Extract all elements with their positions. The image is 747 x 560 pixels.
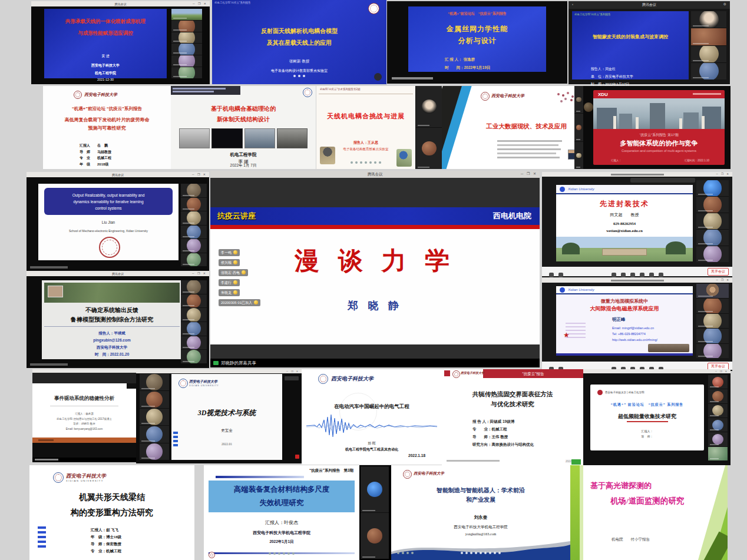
row: 导 师 马娟教授 <box>80 149 111 155</box>
slide-r4b: 西安电子科技大学 XIDIAN UNIVERSITY 3D视觉技术与系统 史宝全… <box>171 374 282 460</box>
tab-text-blur <box>611 174 664 175</box>
author: Liu Jian <box>38 220 179 224</box>
author: 张树新 教授 <box>212 59 386 64</box>
green-band <box>570 465 580 560</box>
line: 汇报人：赵 飞飞 <box>91 526 121 534</box>
logo-block <box>444 370 450 376</box>
window-title: 腾讯会议 <box>115 2 127 6</box>
school-logo-icon <box>53 472 64 483</box>
slide-r2e: XDU “抗疫云”系列报告 第17期 多智能体系统的协作与竞争 Cooperat… <box>593 90 725 165</box>
window-controls[interactable]: ─ ❐ ✕ <box>716 173 731 175</box>
window-r2d: 西安电子科技大学 工业大数据现状、技术及应用 <box>442 86 583 169</box>
participant-list[interactable] <box>181 280 207 363</box>
school-logo-icon <box>481 92 490 101</box>
series: “机遇+” 前沿论坛 “抗疫云” 系列报告 <box>590 402 704 407</box>
window-controls[interactable]: ─ ❐ ✕ <box>716 279 731 281</box>
date: 2022年 1月 7日 <box>171 163 316 168</box>
window-controls[interactable]: ─ ❐ ✕ <box>286 370 299 373</box>
building <box>619 114 632 129</box>
window-title: 腾讯会议 <box>368 172 383 177</box>
slide-title: 高低周复合载荷下发动机叶片的疲劳寿命 <box>43 117 171 123</box>
slide-dots <box>212 70 386 81</box>
xdu-logo: XDU <box>598 92 608 97</box>
participant-list[interactable] <box>691 11 726 79</box>
slide-title: 事件驱动系统的稳健性分析 <box>32 395 136 402</box>
org: 西安电子科技大学机电工程学院 <box>391 525 570 530</box>
date: 2022年1月1日 <box>204 539 359 545</box>
window-r1d: ‹ 腾讯会议 ⚙ 机电工程学院“抗疫云”系列报告 智能蒙皮天线的封装集成与波束调… <box>568 1 730 84</box>
window-controls[interactable]: ─ ❐ ✕ <box>192 173 207 176</box>
window-titlebar: ─ ❐ ✕ <box>583 369 731 373</box>
window-controls[interactable]: ─ ❐ ✕ <box>192 271 207 275</box>
window-titlebar: 腾讯会议 ─ ❐ ✕ <box>31 1 210 6</box>
title-line2: 失效机理研究 <box>209 498 355 508</box>
meeting-toolbar[interactable]: 离开会议 <box>542 267 732 276</box>
statusbar-text-blur <box>392 77 433 79</box>
school-logotype: Xidian University <box>568 187 594 191</box>
participant-list[interactable] <box>140 374 169 460</box>
slide-title: 在电动汽车中国崛起中的电气工程 <box>302 403 442 410</box>
screen-share-icon <box>213 361 219 365</box>
school-logo-icon <box>597 390 603 395</box>
slide-title: 超低频能量收集技术研究 <box>590 413 704 420</box>
thumbs-up-icon <box>233 280 237 284</box>
mic-icon[interactable] <box>374 73 382 81</box>
slide-r3e: Xidian University 微重力地面模拟系统中 大间隙混合电磁悬浮系统… <box>556 286 693 356</box>
author: 汇报人：叶俊杰 <box>204 519 359 526</box>
window-r4e: ─ ❐ ✕ 西安电子科技大学 | 机电工程学院 “机遇+” 前沿论坛 “抗疫云”… <box>583 369 731 465</box>
slide-header: Xidian University <box>556 286 693 294</box>
slide-title: 微重力地面模拟系统中 <box>556 298 693 304</box>
divider <box>44 326 180 327</box>
school-logo-icon <box>560 187 565 192</box>
series-band: “抗疫云”报告 <box>483 369 583 378</box>
org: School of Mechano-electronic Engineering… <box>38 229 179 233</box>
footer: 机电院 付小宁报告 <box>612 537 650 542</box>
participant-list[interactable] <box>696 180 729 262</box>
statusbar-text-blur <box>30 363 68 366</box>
window-controls[interactable]: ─ ❐ ✕ <box>521 171 537 175</box>
accent-bar <box>216 476 304 478</box>
author: 刘永奎 <box>391 515 570 521</box>
window-controls[interactable]: ─ ❐ ✕ <box>193 2 207 5</box>
participant-list[interactable] <box>708 375 728 460</box>
presenter-block: 报告人：周金柱 单 位：西安电子科技大学 时 间：2022年1月17日 <box>591 65 633 88</box>
waveform-graphic <box>306 413 437 439</box>
slide-title2: 机场/道面监测的研究 <box>610 496 684 506</box>
avatar <box>584 102 593 112</box>
series: “机遇+”前沿论坛 “抗疫云”系列报告 <box>408 11 546 16</box>
leave-meeting-button[interactable]: 离开会议 <box>708 268 729 276</box>
photo-antenna <box>179 128 210 148</box>
back-icon[interactable]: ‹ <box>572 2 573 6</box>
row: 年 级 2018级 <box>80 161 111 168</box>
window-r3d: ─ ❐ ✕ Xidian University 先进封装技术 田文超 教授 02… <box>542 172 732 277</box>
settings-icon[interactable]: ⚙ <box>723 2 728 6</box>
reaction-chip: 李建行 <box>219 279 240 286</box>
orange-band <box>32 438 136 443</box>
window-controls[interactable]: ─ ❐ ✕ <box>715 370 728 373</box>
participant-list[interactable] <box>696 284 729 358</box>
participant-list[interactable] <box>171 9 202 78</box>
series: 机电院“抗疫云”学术系列报告第2期 <box>320 88 361 91</box>
slide-r3a: Output Realizability, output learnabilit… <box>38 184 179 260</box>
header-text-blur <box>693 93 721 95</box>
participant-list[interactable] <box>574 86 583 169</box>
line: 汇报人：杨本源 <box>32 412 136 417</box>
slide-r3d: Xidian University 先进封装技术 田文超 教授 029-8820… <box>556 185 693 261</box>
school-logotype: 西安电子科技大学 <box>189 379 217 385</box>
slide-title2: 与优化技术研究 <box>442 400 583 409</box>
dark-band <box>32 373 136 383</box>
thumbs-up-icon <box>233 290 237 294</box>
participant-list[interactable] <box>181 184 207 266</box>
floating-tab[interactable] <box>630 178 695 183</box>
stamp-photo <box>48 286 63 297</box>
meeting-toolbar[interactable]: 离开会议 <box>542 362 732 370</box>
participant-list[interactable] <box>361 466 389 559</box>
title-box: 高端装备复合材料结构多尺度 失效机理研究 <box>209 481 355 512</box>
speckle-decoration <box>557 93 560 95</box>
participant-list[interactable] <box>416 86 442 169</box>
window-r3b: 腾讯会议 ─ ❐ ✕ 不确定系统输出反馈 鲁棒模型预测控制综合方法研究 报告人：… <box>27 271 209 368</box>
screenshot-collage: 腾讯会议 ─ ❐ ✕ 共形承载天线的一体化喷射成形机理 与成形性能赋形适应调控 … <box>0 0 747 560</box>
slide-title: 反射面天线解析机电耦合模型 <box>212 27 386 35</box>
building-tower <box>650 103 665 129</box>
website-link[interactable]: http://web.xidian.edu.cn/zfming/ <box>612 337 657 343</box>
